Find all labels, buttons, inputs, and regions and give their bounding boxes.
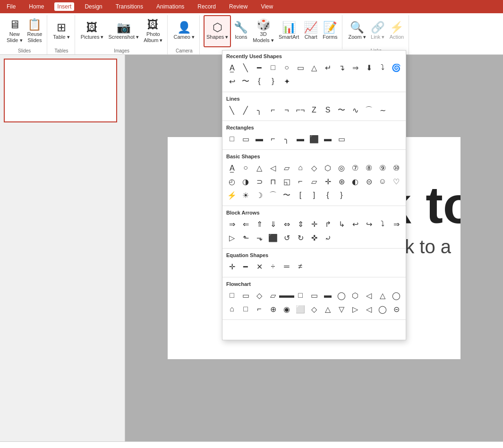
rect-single-corner[interactable]: ⌐ bbox=[266, 132, 280, 146]
ba-curved-right[interactable]: ↩ bbox=[349, 217, 362, 231]
icons-button[interactable]: 🔧 Icons bbox=[232, 15, 250, 47]
ba-4way[interactable]: ✛ bbox=[307, 217, 321, 231]
line-wavy[interactable]: 〜 bbox=[335, 103, 348, 117]
eq-divide[interactable]: ÷ bbox=[266, 260, 280, 273]
forms-button[interactable]: 📝 Forms bbox=[321, 15, 339, 47]
fc-document[interactable]: ▭ bbox=[307, 289, 321, 302]
fc-summing-junction[interactable]: ⊕ bbox=[266, 302, 280, 316]
chart-button[interactable]: 📈 Chart bbox=[302, 15, 320, 47]
menu-animations[interactable]: Animations bbox=[153, 2, 187, 11]
fc-process[interactable]: □ bbox=[225, 289, 239, 302]
bs-7[interactable]: ⑦ bbox=[349, 161, 362, 174]
eq-not-equal[interactable]: ≠ bbox=[294, 260, 307, 273]
notes-bar[interactable]: Click to add notes bbox=[0, 441, 503, 448]
shape-text-box[interactable]: A̲ bbox=[225, 61, 239, 74]
line-elbow[interactable]: ⌐ bbox=[266, 103, 280, 117]
bs-text[interactable]: A̲ bbox=[225, 161, 239, 174]
photo-album-button[interactable]: 🖼 PhotoAlbum ▾ bbox=[142, 15, 164, 47]
shape-brace-open[interactable]: { bbox=[253, 75, 266, 88]
ba-h-plus[interactable]: ✜ bbox=[307, 231, 321, 244]
fc-sequential-access[interactable]: ◯ bbox=[376, 302, 389, 316]
ba-left-right[interactable]: ⇔ bbox=[280, 217, 293, 231]
shape-brace-close[interactable]: } bbox=[266, 75, 280, 88]
fc-data[interactable]: ▱ bbox=[266, 289, 280, 302]
bs-octagon[interactable]: ◎ bbox=[335, 161, 348, 174]
bs-triangle[interactable]: △ bbox=[253, 161, 266, 174]
bs-wave[interactable]: 〜 bbox=[280, 189, 293, 202]
fc-collate[interactable]: ⬜ bbox=[294, 302, 307, 316]
line-freeform[interactable]: ∼ bbox=[376, 103, 389, 117]
ba-bent-up[interactable]: ⬑ bbox=[239, 231, 252, 244]
smartart-button[interactable]: 📊 SmartArt bbox=[277, 15, 301, 47]
fc-delay[interactable]: ▷ bbox=[349, 302, 362, 316]
shape-arrow-down[interactable]: ⬇ bbox=[362, 61, 375, 74]
ba-bent-double[interactable]: ⬎ bbox=[253, 231, 266, 244]
ba-curved-left[interactable]: ↪ bbox=[362, 217, 375, 231]
bs-cube[interactable]: ◐ bbox=[349, 175, 362, 188]
line-curved[interactable]: ╮ bbox=[253, 103, 266, 117]
action-button[interactable]: ⚡ Action bbox=[388, 15, 406, 47]
fc-terminator[interactable]: ◯ bbox=[335, 289, 348, 302]
bs-lightning[interactable]: ⚡ bbox=[225, 189, 239, 202]
ba-right[interactable]: ⇒ bbox=[225, 217, 239, 231]
menu-design[interactable]: Design bbox=[82, 2, 105, 11]
rect-snip-diagonal[interactable]: ╮ bbox=[280, 132, 293, 146]
fc-card[interactable]: □ bbox=[239, 302, 252, 316]
bs-8[interactable]: ⑧ bbox=[362, 161, 375, 174]
bs-teardrop[interactable]: ⊃ bbox=[253, 175, 266, 188]
bs-arc[interactable]: ⌒ bbox=[266, 189, 280, 202]
3d-models-button[interactable]: 🎲 3DModels ▾ bbox=[251, 15, 276, 47]
rect-rounded[interactable]: ▭ bbox=[239, 132, 252, 146]
ba-notched-right[interactable]: ▷ bbox=[225, 231, 239, 244]
bs-heart[interactable]: ♡ bbox=[390, 175, 403, 188]
line-s[interactable]: S bbox=[321, 103, 334, 117]
rect-tall[interactable]: ▭ bbox=[335, 132, 348, 146]
fc-extract[interactable]: △ bbox=[321, 302, 334, 316]
shape-line[interactable]: ━ bbox=[253, 61, 266, 74]
line-squiggle[interactable]: ∿ bbox=[349, 103, 362, 117]
ba-down[interactable]: ⇓ bbox=[266, 217, 280, 231]
shape-oval[interactable]: ○ bbox=[280, 61, 293, 74]
ba-right-down[interactable]: ↳ bbox=[335, 217, 348, 231]
bs-bracket-right[interactable]: ] bbox=[307, 189, 321, 202]
fc-predefined[interactable]: ▬▬ bbox=[280, 289, 293, 302]
bs-frame[interactable]: ⊓ bbox=[266, 175, 280, 188]
bs-pie[interactable]: ◴ bbox=[225, 175, 239, 188]
bs-moon[interactable]: ☽ bbox=[253, 189, 266, 202]
line-double-elbow[interactable]: ⌐¬ bbox=[294, 103, 307, 117]
shape-rounded-rect[interactable]: ▭ bbox=[294, 61, 307, 74]
fc-connector[interactable]: ◯ bbox=[390, 289, 403, 302]
shape-corner-right-down[interactable]: ↵ bbox=[321, 61, 334, 74]
menu-view[interactable]: View bbox=[258, 2, 276, 11]
link-button[interactable]: 🔗 Link ▾ bbox=[369, 15, 387, 47]
eq-minus[interactable]: ━ bbox=[239, 260, 252, 273]
ba-right-turn[interactable]: ↱ bbox=[321, 217, 334, 231]
bs-brace-left[interactable]: { bbox=[321, 189, 334, 202]
fc-or[interactable]: ◉ bbox=[280, 302, 293, 316]
zoom-button[interactable]: 🔍 Zoom ▾ bbox=[346, 15, 367, 47]
menu-review[interactable]: Review bbox=[226, 2, 250, 11]
line-elbow2[interactable]: ¬ bbox=[280, 103, 293, 117]
ba-circular2[interactable]: ↻ bbox=[294, 231, 307, 244]
menu-file[interactable]: File bbox=[4, 2, 18, 11]
shape-arrow-right[interactable]: ⇒ bbox=[349, 61, 362, 74]
fc-alt-process[interactable]: ▭ bbox=[239, 289, 252, 302]
ba-left[interactable]: ⇐ bbox=[239, 217, 252, 231]
shape-triangle[interactable]: △ bbox=[307, 61, 321, 74]
bs-no-symbol[interactable]: ⊛ bbox=[335, 175, 348, 188]
eq-plus[interactable]: ✛ bbox=[225, 260, 239, 273]
fc-manual-input[interactable]: ◁ bbox=[362, 289, 375, 302]
reuse-slides-button[interactable]: 📋 ReuseSlides bbox=[26, 15, 44, 47]
bs-9[interactable]: ⑨ bbox=[376, 161, 389, 174]
bs-diagonal-stripe[interactable]: ▱ bbox=[307, 175, 321, 188]
slide-thumbnail[interactable] bbox=[4, 59, 117, 122]
fc-storage[interactable]: ◁ bbox=[362, 302, 375, 316]
cameo-button[interactable]: 👤 Cameo ▾ bbox=[171, 15, 196, 47]
new-slide-button[interactable]: 🖥 NewSlide ▾ bbox=[5, 15, 25, 47]
bs-cross[interactable]: ✛ bbox=[321, 175, 334, 188]
fc-sort[interactable]: ◇ bbox=[307, 302, 321, 316]
bs-chord[interactable]: ◑ bbox=[239, 175, 252, 188]
ba-up-down[interactable]: ⇕ bbox=[294, 217, 307, 231]
fc-punch-tape[interactable]: ⌐ bbox=[253, 302, 266, 316]
bs-diamond[interactable]: ◇ bbox=[307, 161, 321, 174]
